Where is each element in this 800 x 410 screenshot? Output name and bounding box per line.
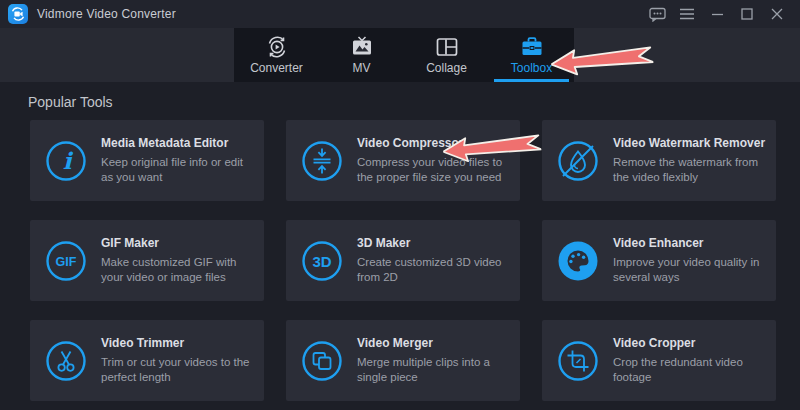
tool-title: Video Enhancer	[613, 236, 766, 250]
main-tabs: Converter MV	[234, 28, 574, 82]
card-video-enhancer[interactable]: Video Enhancer Improve your video qualit…	[542, 220, 776, 301]
card-gif-maker[interactable]: GIF GIF Maker Make customized GIF with y…	[30, 220, 264, 301]
svg-text:GIF: GIF	[56, 255, 77, 269]
tool-description: Crop the redundant video footage	[613, 355, 766, 385]
app-title: Vidmore Video Converter	[37, 7, 176, 21]
tool-title: Video Merger	[357, 336, 510, 350]
nav-band: Converter MV	[0, 28, 800, 82]
card-media-metadata-editor[interactable]: i Media Metadata Editor Keep original fi…	[30, 120, 264, 201]
comment-dots-icon[interactable]	[642, 1, 672, 27]
vidmore-logo-icon	[8, 4, 28, 24]
popular-tools-heading: Popular Tools	[28, 94, 113, 110]
tab-label: Converter	[250, 61, 303, 75]
tool-description: Merge multiple clips into a single piece	[357, 355, 510, 385]
window-controls	[642, 1, 800, 27]
tab-collage[interactable]: Collage	[404, 28, 489, 82]
tab-label: Toolbox	[511, 61, 552, 75]
vidmore-app-window: Vidmore Video Converter	[0, 0, 800, 410]
tab-mv[interactable]: MV	[319, 28, 404, 82]
tab-toolbox[interactable]: Toolbox	[489, 28, 574, 82]
tab-label: MV	[353, 61, 371, 75]
tool-description: Remove the watermark from the video flex…	[613, 155, 766, 185]
merge-icon	[300, 339, 344, 383]
title-bar: Vidmore Video Converter	[0, 0, 800, 28]
tool-title: Video Cropper	[613, 336, 766, 350]
tool-description: Trim or cut your videos to the perfect l…	[101, 355, 254, 385]
tool-title: 3D Maker	[357, 236, 510, 250]
card-3d-maker[interactable]: 3D 3D Maker Create customized 3D video f…	[286, 220, 520, 301]
maximize-icon[interactable]	[732, 1, 762, 27]
tools-grid: i Media Metadata Editor Keep original fi…	[30, 120, 776, 401]
tool-description: Keep original file info or edit as you w…	[101, 155, 254, 185]
card-video-merger[interactable]: Video Merger Merge multiple clips into a…	[286, 320, 520, 401]
close-icon[interactable]	[762, 1, 792, 27]
mv-tv-icon	[350, 35, 374, 59]
card-video-compressor[interactable]: Video Compressor Compress your video fil…	[286, 120, 520, 201]
svg-text:i: i	[63, 147, 74, 174]
minimize-icon[interactable]	[702, 1, 732, 27]
compress-icon	[300, 139, 344, 183]
tool-title: Video Trimmer	[101, 336, 254, 350]
card-video-cropper[interactable]: Video Cropper Crop the redundant video f…	[542, 320, 776, 401]
card-video-watermark-remover[interactable]: Video Watermark Remover Remove the water…	[542, 120, 776, 201]
tool-title: GIF Maker	[101, 236, 254, 250]
hamburger-icon[interactable]	[672, 1, 702, 27]
converter-icon	[265, 35, 289, 59]
tool-title: Media Metadata Editor	[101, 136, 254, 150]
tool-description: Make customized GIF with your video or i…	[101, 255, 254, 285]
toolbox-content: Popular Tools i Media Metadata Editor Ke…	[0, 82, 800, 410]
card-video-trimmer[interactable]: Video Trimmer Trim or cut your videos to…	[30, 320, 264, 401]
tool-description: Compress your video files to the proper …	[357, 155, 510, 185]
toolbox-icon	[520, 35, 544, 59]
tool-description: Improve your video quality in several wa…	[613, 255, 766, 285]
tab-converter[interactable]: Converter	[234, 28, 319, 82]
palette-icon	[556, 239, 600, 283]
watermark-drop-icon	[556, 139, 600, 183]
svg-text:3D: 3D	[312, 253, 331, 270]
tool-title: Video Compressor	[357, 136, 510, 150]
tool-title: Video Watermark Remover	[613, 136, 766, 150]
scissors-icon	[44, 339, 88, 383]
gif-icon: GIF	[44, 239, 88, 283]
3d-icon: 3D	[300, 239, 344, 283]
tab-label: Collage	[426, 61, 467, 75]
crop-icon	[556, 339, 600, 383]
tool-description: Create customized 3D video from 2D	[357, 255, 510, 285]
collage-icon	[435, 35, 459, 59]
info-icon: i	[44, 139, 88, 183]
